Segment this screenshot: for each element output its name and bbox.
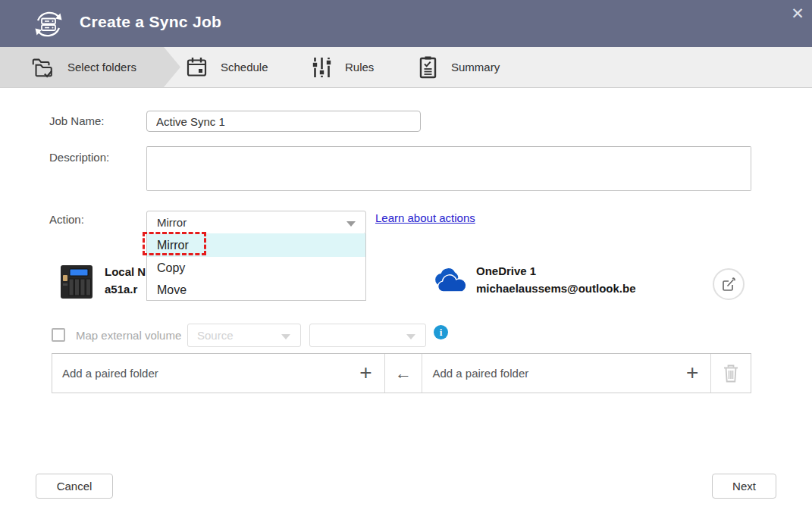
onedrive-icon xyxy=(430,267,469,293)
dialog-title: Create a Sync Job xyxy=(80,13,221,31)
delete-pair-cell[interactable] xyxy=(711,354,751,393)
nas-device-icon xyxy=(61,265,92,299)
step-label: Schedule xyxy=(221,61,268,74)
map-external-volume-label: Map external volume xyxy=(76,329,181,342)
source-folder-placeholder: Add a paired folder xyxy=(52,367,158,380)
sliders-icon xyxy=(312,56,332,79)
action-select[interactable]: Mirror xyxy=(146,211,366,234)
step-rules[interactable]: Rules xyxy=(312,47,374,87)
paired-folders-table: Add a paired folder + ← Add a paired fol… xyxy=(52,353,751,393)
step-label: Select folders xyxy=(67,61,136,74)
edit-pencil-icon xyxy=(720,276,737,292)
dialog-header: Create a Sync Job ✕ xyxy=(0,0,812,47)
map-source-select[interactable]: Source xyxy=(187,324,301,347)
close-icon[interactable]: ✕ xyxy=(787,3,808,24)
caret-down-icon xyxy=(406,334,415,339)
destination-account-email: michaelaussems@outlook.be xyxy=(476,280,636,297)
add-destination-folder-button[interactable]: + xyxy=(682,363,703,384)
map-source-placeholder: Source xyxy=(197,329,234,342)
calendar-icon xyxy=(186,56,208,78)
dropdown-option-copy[interactable]: Copy xyxy=(147,257,365,279)
action-label: Action: xyxy=(49,213,84,226)
sync-job-icon xyxy=(30,6,67,42)
clipboard-check-icon xyxy=(418,55,438,79)
trash-icon xyxy=(722,364,740,383)
destination-name: OneDrive 1 xyxy=(476,262,636,280)
step-label: Summary xyxy=(451,61,500,74)
folders-check-icon xyxy=(30,55,55,80)
destination-folder-placeholder: Add a paired folder xyxy=(422,367,528,380)
action-dropdown-list: Mirror Copy Move xyxy=(146,233,366,301)
add-source-folder-button[interactable]: + xyxy=(356,363,377,384)
sync-direction-cell[interactable]: ← xyxy=(385,354,423,393)
info-icon[interactable]: i xyxy=(434,325,448,339)
create-sync-job-dialog: Create a Sync Job ✕ Select folders Sched… xyxy=(0,0,812,513)
dropdown-option-mirror[interactable]: Mirror xyxy=(147,233,365,257)
edit-destination-button[interactable] xyxy=(713,268,745,300)
step-summary[interactable]: Summary xyxy=(418,47,500,87)
left-arrow-icon: ← xyxy=(395,364,412,383)
step-label: Rules xyxy=(345,61,374,74)
destination-text: OneDrive 1 michaelaussems@outlook.be xyxy=(476,262,636,297)
caret-down-icon xyxy=(281,334,290,339)
description-label: Description: xyxy=(49,151,109,164)
description-input[interactable] xyxy=(146,146,751,191)
learn-about-actions-link[interactable]: Learn about actions xyxy=(375,211,475,224)
step-select-folders[interactable]: Select folders xyxy=(0,47,180,87)
job-name-input[interactable] xyxy=(146,111,421,132)
caret-down-icon xyxy=(346,221,356,227)
next-button[interactable]: Next xyxy=(712,474,776,499)
map-volume-select[interactable] xyxy=(309,324,426,347)
map-external-volume-checkbox[interactable] xyxy=(52,328,65,342)
step-schedule[interactable]: Schedule xyxy=(186,47,268,87)
source-folder-cell[interactable]: Add a paired folder + xyxy=(52,354,385,393)
job-name-label: Job Name: xyxy=(49,114,105,127)
action-selected-value: Mirror xyxy=(157,216,187,229)
wizard-steps-bar: Select folders Schedule Rules xyxy=(0,47,812,88)
destination-folder-cell[interactable]: Add a paired folder + xyxy=(422,354,711,393)
cancel-button[interactable]: Cancel xyxy=(36,474,113,499)
dropdown-option-move[interactable]: Move xyxy=(147,279,365,301)
